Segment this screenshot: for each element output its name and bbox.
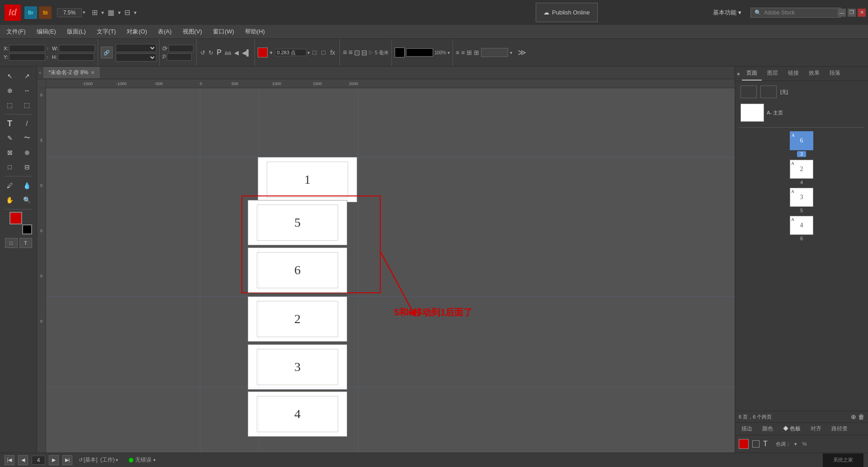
- panel-page-4[interactable]: A 2 4: [790, 160, 813, 185]
- align-right-icon[interactable]: ≡: [349, 48, 353, 57]
- last-page-btn[interactable]: ▶|: [62, 455, 72, 465]
- more-icon[interactable]: ▷ 5 毫米: [368, 49, 389, 56]
- page-4[interactable]: 4: [248, 391, 347, 437]
- menu-window[interactable]: 窗口(W): [211, 27, 236, 37]
- align-select-top[interactable]: [116, 44, 156, 52]
- line-tool[interactable]: /: [19, 117, 35, 130]
- content-tool[interactable]: ↔: [19, 84, 35, 97]
- pencil-tool[interactable]: ✎: [2, 131, 18, 145]
- select-tool[interactable]: ↖: [2, 69, 18, 83]
- rotate-icon[interactable]: ↺: [79, 457, 83, 463]
- direct-select-tool[interactable]: ↗: [19, 69, 35, 83]
- background-color[interactable]: [22, 224, 32, 234]
- adobe-stock-search[interactable]: 🔍 Adobe Stock: [750, 8, 841, 18]
- place-tool[interactable]: ⬚: [2, 98, 18, 112]
- rectangle-frame-tool[interactable]: ⊠: [2, 146, 18, 159]
- panel-page-5[interactable]: A 3 5: [790, 188, 813, 213]
- next-page-btn[interactable]: ▶: [49, 455, 59, 465]
- shade-arrow[interactable]: ▾: [794, 441, 797, 447]
- workspace-selector[interactable]: 基本功能 ▾: [713, 9, 741, 17]
- note-tool[interactable]: 🖊: [2, 179, 18, 192]
- document-tab[interactable]: *未命名-2 @ 8% ✕: [43, 67, 100, 78]
- gap-tool[interactable]: ⊕: [2, 84, 18, 97]
- format-icon2[interactable]: ≡: [461, 49, 465, 56]
- text-mode[interactable]: T: [19, 238, 32, 248]
- panel-page-3[interactable]: A 6 3: [790, 131, 813, 157]
- align-left-icon[interactable]: ≡: [343, 48, 347, 57]
- menu-help[interactable]: 帮助(H): [243, 27, 267, 37]
- menu-layout[interactable]: 版面(L): [65, 27, 88, 37]
- stroke-color[interactable]: [258, 48, 268, 57]
- page-2[interactable]: 2: [248, 296, 347, 342]
- panel-page-6[interactable]: A 4 6: [790, 216, 813, 241]
- page-5[interactable]: 5: [248, 200, 347, 245]
- zoom-more-icon[interactable]: ▾: [448, 50, 450, 55]
- align-top-icon[interactable]: ⊟: [361, 48, 367, 57]
- master-a-thumb[interactable]: [741, 104, 764, 122]
- add-page-button[interactable]: ⊕: [851, 413, 856, 420]
- delete-page-button[interactable]: 🗑: [858, 413, 864, 420]
- panel-toggle-icon[interactable]: ≫: [518, 48, 526, 57]
- format-icon4[interactable]: ⊞: [474, 49, 479, 56]
- arr2-icon[interactable]: ◀▌: [241, 48, 251, 57]
- x-input[interactable]: [9, 45, 45, 52]
- panel-page-5-thumb[interactable]: A 3: [790, 188, 813, 207]
- swatch-red[interactable]: [739, 439, 749, 449]
- tab-close-icon[interactable]: ✕: [91, 70, 94, 75]
- text-tool[interactable]: T: [2, 117, 18, 130]
- bptab-swatches[interactable]: ◆ 色板: [778, 423, 805, 435]
- bptab-color[interactable]: 颜色: [758, 423, 778, 435]
- swatch-empty[interactable]: [752, 440, 760, 448]
- current-page-input[interactable]: 4: [32, 456, 45, 465]
- panel-page-4-thumb[interactable]: A 2: [790, 160, 813, 179]
- tab-paragraph[interactable]: 段落: [825, 67, 845, 81]
- panel-page-6-thumb[interactable]: A 4: [790, 216, 813, 235]
- smooth-tool[interactable]: 〜: [19, 131, 35, 145]
- page-6[interactable]: 6: [248, 248, 347, 293]
- view-icon[interactable]: ⊟: [123, 7, 132, 18]
- first-page-btn[interactable]: |◀: [5, 455, 14, 465]
- tab-pages[interactable]: 页面: [742, 67, 762, 81]
- publish-online-button[interactable]: ☁ Publish Online: [536, 3, 598, 22]
- bridge-icon[interactable]: Br: [24, 6, 37, 19]
- undo-icon[interactable]: ↺: [199, 48, 206, 57]
- minimize-button[interactable]: —: [838, 9, 846, 17]
- align-select-left[interactable]: [116, 53, 156, 62]
- zoom-tool[interactable]: 🔍: [19, 193, 35, 207]
- format-icon3[interactable]: ⊞: [467, 49, 472, 56]
- h-input[interactable]: [58, 53, 94, 61]
- menu-file[interactable]: 文件(F): [5, 27, 28, 37]
- page-1[interactable]: 1: [258, 157, 357, 202]
- constrain-btn[interactable]: 🔗: [101, 47, 113, 58]
- chars-icon[interactable]: aa: [224, 48, 232, 57]
- panel-collapse-icon[interactable]: ◆: [737, 71, 740, 76]
- image-tool[interactable]: ⊟: [19, 160, 35, 174]
- bptab-pathfinder[interactable]: 路径查: [827, 423, 852, 435]
- menu-text[interactable]: 文字(T): [95, 27, 118, 37]
- menu-edit[interactable]: 编辑(E): [35, 27, 58, 37]
- w-input[interactable]: [59, 45, 95, 52]
- swatch-text[interactable]: T: [763, 440, 768, 448]
- color-swatch-bar[interactable]: [406, 48, 433, 57]
- status-chevron[interactable]: ▾: [116, 457, 118, 462]
- color-preview-box[interactable]: [481, 48, 508, 57]
- format-icon1[interactable]: ≡: [456, 49, 459, 56]
- normal-mode[interactable]: □: [5, 238, 18, 248]
- stock-label-icon[interactable]: St: [39, 6, 52, 19]
- bptab-stroke[interactable]: 描边: [737, 423, 757, 435]
- rectangle-tool[interactable]: □: [2, 160, 18, 174]
- shear-input[interactable]: [167, 53, 192, 61]
- angle-input[interactable]: [169, 45, 193, 52]
- restore-button[interactable]: ❐: [848, 9, 856, 17]
- tab-layers[interactable]: 图层: [763, 67, 783, 81]
- page-3[interactable]: 3: [248, 344, 347, 390]
- panel-page-3-thumb[interactable]: A 6: [790, 131, 813, 150]
- tab-effects[interactable]: 效果: [804, 67, 824, 81]
- collapse-icon[interactable]: «: [39, 70, 42, 75]
- stroke-value-input[interactable]: 0.283 点: [275, 49, 307, 56]
- prev-page-btn[interactable]: ◀: [18, 455, 28, 465]
- tab-links[interactable]: 链接: [783, 67, 803, 81]
- ellipse-frame-tool[interactable]: ⊗: [19, 146, 35, 159]
- bptab-align[interactable]: 对齐: [806, 423, 826, 435]
- foreground-color[interactable]: [9, 212, 22, 224]
